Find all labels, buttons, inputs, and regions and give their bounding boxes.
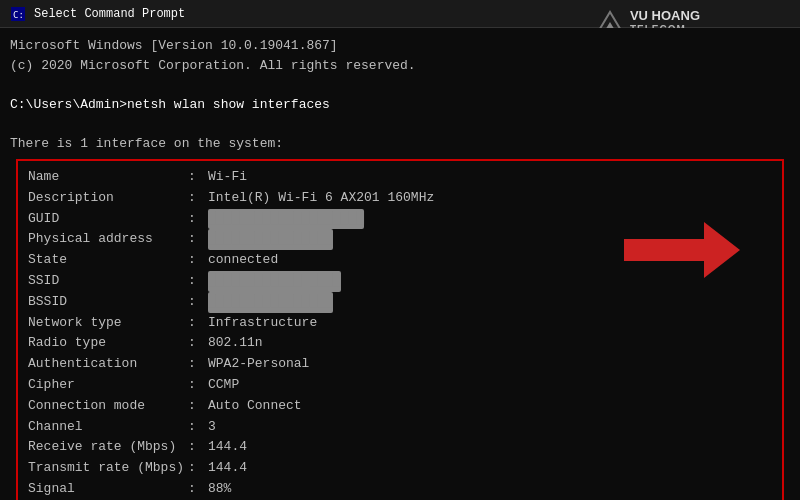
- info-colon: :: [188, 375, 208, 396]
- info-row: Connection mode:Auto Connect: [28, 396, 772, 417]
- info-label: Physical address: [28, 229, 188, 250]
- info-value: 88%: [208, 479, 231, 500]
- info-label: Cipher: [28, 375, 188, 396]
- network-info-box: Name:Wi-FiDescription:Intel(R) Wi-Fi 6 A…: [16, 159, 784, 500]
- svg-text:C:: C:: [13, 10, 24, 20]
- info-colon: :: [188, 437, 208, 458]
- info-value: ████████████████████: [208, 209, 364, 230]
- info-value: connected: [208, 250, 278, 271]
- info-colon: :: [188, 458, 208, 479]
- info-label: Network type: [28, 313, 188, 334]
- info-colon: :: [188, 333, 208, 354]
- info-value: 802.11n: [208, 333, 263, 354]
- info-row: Receive rate (Mbps):144.4: [28, 437, 772, 458]
- info-colon: :: [188, 354, 208, 375]
- terminal-line-2: (c) 2020 Microsoft Corporation. All righ…: [10, 56, 790, 76]
- info-label: Receive rate (Mbps): [28, 437, 188, 458]
- arrow-container: [624, 222, 740, 278]
- info-value: Intel(R) Wi-Fi 6 AX201 160MHz: [208, 188, 434, 209]
- info-row: Description:Intel(R) Wi-Fi 6 AX201 160MH…: [28, 188, 772, 209]
- terminal-line-1: Microsoft Windows [Version 10.0.19041.86…: [10, 36, 790, 56]
- info-label: Channel: [28, 417, 188, 438]
- info-value: Infrastructure: [208, 313, 317, 334]
- info-label: Signal: [28, 479, 188, 500]
- info-label: Description: [28, 188, 188, 209]
- info-row: Signal:88%: [28, 479, 772, 500]
- info-value: ████████████████: [208, 292, 333, 313]
- terminal-line-5: [10, 114, 790, 134]
- info-row: BSSID:████████████████: [28, 292, 772, 313]
- terminal-line-6: There is 1 interface on the system:: [10, 134, 790, 154]
- info-label: Authentication: [28, 354, 188, 375]
- info-label: Transmit rate (Mbps): [28, 458, 188, 479]
- info-label: Radio type: [28, 333, 188, 354]
- info-value: ████████████ ████: [208, 271, 341, 292]
- info-row: Network type:Infrastructure: [28, 313, 772, 334]
- info-colon: :: [188, 313, 208, 334]
- info-colon: :: [188, 229, 208, 250]
- info-label: Name: [28, 167, 188, 188]
- info-row: Transmit rate (Mbps):144.4: [28, 458, 772, 479]
- info-colon: :: [188, 250, 208, 271]
- title-bar-text: Select Command Prompt: [34, 7, 185, 21]
- info-colon: :: [188, 292, 208, 313]
- terminal-command: C:\Users\Admin>netsh wlan show interface…: [10, 95, 790, 115]
- info-value: ████████████████: [208, 229, 333, 250]
- info-label: GUID: [28, 209, 188, 230]
- info-colon: :: [188, 479, 208, 500]
- info-label: SSID: [28, 271, 188, 292]
- info-colon: :: [188, 396, 208, 417]
- info-colon: :: [188, 167, 208, 188]
- info-value: 3: [208, 417, 216, 438]
- info-row: Channel:3: [28, 417, 772, 438]
- info-row: Radio type:802.11n: [28, 333, 772, 354]
- info-colon: :: [188, 271, 208, 292]
- info-row: Name:Wi-Fi: [28, 167, 772, 188]
- info-value: CCMP: [208, 375, 239, 396]
- info-label: State: [28, 250, 188, 271]
- info-value: Auto Connect: [208, 396, 302, 417]
- info-value: 144.4: [208, 437, 247, 458]
- cmd-icon: C:: [10, 6, 26, 22]
- info-colon: :: [188, 188, 208, 209]
- terminal-line-3: [10, 75, 790, 95]
- info-label: BSSID: [28, 292, 188, 313]
- info-row: Authentication:WPA2-Personal: [28, 354, 772, 375]
- info-label: Connection mode: [28, 396, 188, 417]
- info-value: 144.4: [208, 458, 247, 479]
- info-row: Cipher:CCMP: [28, 375, 772, 396]
- info-value: WPA2-Personal: [208, 354, 309, 375]
- info-colon: :: [188, 209, 208, 230]
- info-value: Wi-Fi: [208, 167, 247, 188]
- info-colon: :: [188, 417, 208, 438]
